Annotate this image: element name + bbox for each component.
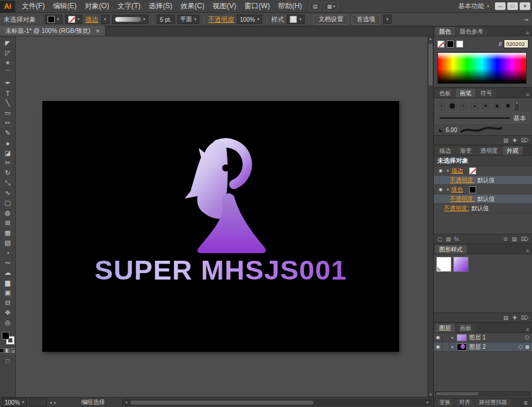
menu-item-3[interactable]: 文字(T) [113,0,145,13]
color-spectrum[interactable] [437,52,527,84]
lock-column[interactable] [443,333,450,342]
fill-color-proxy[interactable] [2,332,9,339]
lasso-tool-icon[interactable]: ⌒ [1,68,15,78]
panel-menu-icon[interactable]: ≡ [523,30,532,36]
tab-color-guide[interactable]: 颜色参考 [456,27,487,36]
style-dropdown[interactable]: ▾ [287,15,305,24]
free-transform-tool-icon[interactable]: ▢ [1,198,15,208]
scrollbar-track[interactable] [129,400,424,405]
layers-scrollbar[interactable] [435,391,531,396]
brush-definition-dropdown[interactable]: ▾ [112,15,149,24]
symbol-sprayer-tool-icon[interactable]: ☁ [1,268,15,278]
opacity-link[interactable]: 不透明度: [444,204,469,213]
line-tool-icon[interactable]: ╲ [1,98,15,108]
panel-menu-icon[interactable]: ≡ [523,248,532,254]
opacity-link[interactable]: 不透明度: [450,176,475,184]
opacity-link[interactable]: 不透明度: [450,195,475,203]
expand-caret-icon[interactable]: ▸ [450,335,456,340]
tab-layers[interactable]: 图层 [435,324,455,332]
selection-tool-icon[interactable]: ◤ [1,38,15,48]
fill-attribute-link[interactable]: 填色 [451,186,463,194]
slice-tool-icon[interactable]: ⊟ [1,298,15,308]
maximize-button[interactable]: □ [507,2,518,10]
tab-transform[interactable]: 变换 [435,399,454,406]
menu-item-0[interactable]: 文件(F) [18,0,49,13]
panel-menu-icon[interactable]: ≡ [523,327,532,332]
add-effect-icon[interactable]: fx. [454,236,460,242]
stroke-color-dropdown[interactable]: ▾ [65,15,83,24]
width-tool-icon[interactable]: ∿ [1,188,15,198]
visibility-eye-icon[interactable]: ◉ [434,333,443,342]
target-circle-icon[interactable] [518,345,523,349]
libraries-icon[interactable]: ▤ [503,137,508,143]
brush-item-1[interactable] [447,100,458,112]
perspective-grid-tool-icon[interactable]: ⊞ [1,218,15,228]
tab-brushes[interactable]: 画笔 [456,89,476,97]
canvas-vertical-scrollbar[interactable]: ▲ ▼ [427,36,433,397]
purple-gradient-style[interactable] [453,257,469,272]
stroke-weight-stepper[interactable]: ▾ [101,15,109,24]
basic-brush-item[interactable]: 基本 [436,113,530,123]
new-brush-icon[interactable]: ✚ [513,137,517,143]
pencil-tool-icon[interactable]: ✎ [1,128,15,138]
visibility-eye-icon[interactable]: ◉ [434,342,443,351]
rotate-tool-icon[interactable]: ↻ [1,168,15,178]
panel-menu-icon[interactable]: ≡ [523,92,532,97]
tab-swatches[interactable]: 色板 [435,89,455,97]
lock-column[interactable] [443,342,450,351]
canvas[interactable]: SUPER MHSJS001 [16,36,427,397]
scroll-left-icon[interactable]: ◂ [123,400,129,405]
panel-menu-icon[interactable]: ≣ [520,400,531,406]
appearance-row-fill-opacity[interactable]: 不透明度: 默认值 [434,194,532,204]
layer-row-1[interactable]: ◉ ▸ 图层 1 [434,333,532,342]
prev-artboard-icon[interactable]: ◂ [49,400,52,405]
menu-item-1[interactable]: 编辑(E) [49,0,81,13]
opacity-panel-link[interactable]: 不透明度 [208,15,234,24]
menu-item-8[interactable]: 帮助(H) [274,0,306,13]
scroll-right-icon[interactable]: ▸ [424,400,431,405]
scroll-down-icon[interactable]: ▼ [428,393,433,396]
libraries-icon[interactable]: ▤ [503,315,508,321]
tab-transparency[interactable]: 透明度 [476,146,502,155]
document-arrange-icon[interactable]: ▤ [310,2,321,11]
fill-color-dropdown[interactable]: ▾ [45,15,62,24]
black-swatch[interactable] [447,41,454,48]
direct-selection-tool-icon[interactable]: ◸ [1,48,15,58]
width-profile-dropdown[interactable]: 平面▾ [178,15,200,24]
next-artboard-icon[interactable]: ▸ [54,400,56,405]
column-graph-tool-icon[interactable]: ▆ [1,278,15,288]
hex-value-field[interactable]: 020202 [504,39,528,48]
preferences-button[interactable]: 首选项 [352,15,381,25]
zoom-tool-icon[interactable]: ◎ [1,318,15,328]
document-tab[interactable]: 未标题-1* @ 100% (RGB/预览) ✕ [0,26,106,36]
default-graphic-style[interactable] [436,257,451,272]
artboard-tool-icon[interactable]: ▣ [1,288,15,298]
workspace-grid-icon[interactable]: ▦▾ [324,2,338,11]
eyedropper-tool-icon[interactable]: ◔ [1,248,15,258]
gradient-button[interactable] [5,348,10,353]
brush-item-3[interactable] [469,100,480,112]
scrollbar-thumb[interactable] [429,43,433,86]
tab-artboards[interactable]: 画板 [456,324,476,332]
type-tool-icon[interactable]: T [1,88,15,98]
brush-item-2[interactable] [458,100,469,112]
stroke-panel-link[interactable]: 描边 [85,15,98,24]
gradient-tool-icon[interactable]: ▧ [1,238,15,248]
brush-item-5[interactable] [491,100,503,112]
stroke-attribute-link[interactable]: 描边 [451,167,463,175]
opacity-field[interactable]: 100%▾ [237,15,262,24]
duplicate-item-icon[interactable]: ▤ [512,236,517,242]
chevron-down-icon[interactable]: ▾ [447,169,449,173]
visibility-eye-icon[interactable]: ◉ [437,187,444,192]
screen-mode-icon[interactable]: □ [6,358,9,364]
tab-symbols[interactable]: 符号 [476,89,496,97]
white-swatch[interactable] [456,41,463,48]
tab-color[interactable]: 颜色 [435,27,455,36]
tab-graphic-styles[interactable]: 图形样式 [435,245,467,254]
paintbrush-tool-icon[interactable]: ✏ [1,118,15,128]
new-stroke-icon[interactable]: ▢ [437,236,443,242]
layer-name[interactable]: 图层 2 [469,343,486,351]
appearance-row-fill[interactable]: ◉ ▾ 填色 [434,185,532,194]
more-options-dropdown[interactable]: ▾ [383,15,392,24]
appearance-row-stroke-opacity[interactable]: 不透明度: 默认值 [434,176,532,185]
